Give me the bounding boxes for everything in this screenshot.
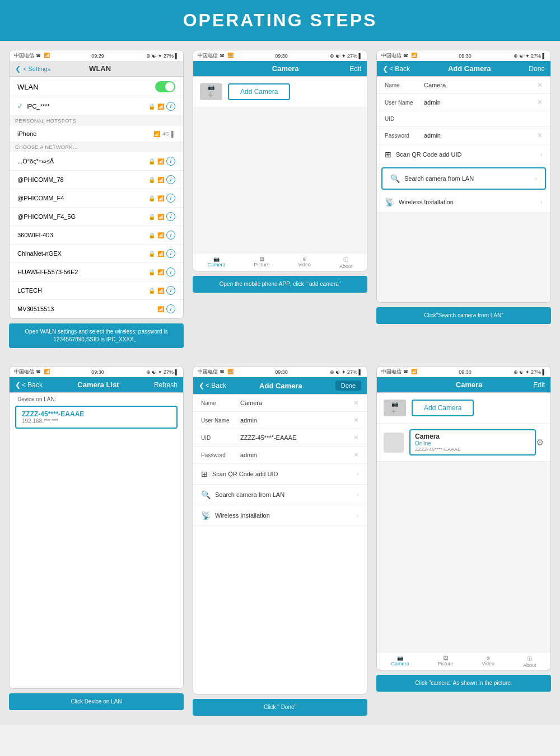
personal-hotspots-header: PERSONAL HOTSPOTS	[10, 116, 183, 126]
network-item-8[interactable]: MV30515513 📶 i	[10, 300, 183, 318]
tab-about-6[interactable]: ⓘ About	[523, 655, 536, 668]
username-clear[interactable]: ✕	[537, 98, 543, 106]
name-clear[interactable]: ✕	[537, 81, 543, 89]
done-active-button[interactable]: Done	[335, 381, 361, 391]
wireless-row-2[interactable]: 📡 Wireless Installation ›	[193, 505, 367, 526]
settings-back[interactable]: ❮ < Settings	[15, 65, 50, 73]
grid-row-1: 中国电信 ☎ 📶 09:29 ⊕ ☯ ✦ 27% ▌ ❮ < Settings …	[0, 41, 560, 357]
refresh-button[interactable]: Refresh	[154, 381, 178, 389]
phone-5-addcamera2: 中国电信 ☎ 📶 09:30 ⊕ ☯ ✦ 27% ▌ ❮ < Back Add …	[193, 366, 367, 716]
username-field-2[interactable]: admin	[240, 417, 353, 424]
device-list-item[interactable]: ZZZZ-45****-EAAAE 192.168.***.***	[15, 406, 178, 429]
info-icon[interactable]: i	[166, 286, 175, 295]
caption-6: Click "camera" As shown in the picture.	[376, 675, 551, 692]
name-clear-2[interactable]: ✕	[353, 399, 359, 407]
add-camera-button[interactable]: Add Camera	[228, 83, 290, 100]
password-clear-2[interactable]: ✕	[353, 451, 359, 459]
network-item-5[interactable]: ChinaNet-nGEX 🔒 📶 i	[10, 245, 183, 263]
phone-6-cameraonline: 中国电信 ☎ 📶 09:30 ⊕ ☯ ✦ 27% ▌ Camera Edit 📷…	[376, 366, 551, 716]
wireless-row[interactable]: 📡 Wireless Installation ›	[377, 192, 550, 213]
info-icon[interactable]: i	[166, 231, 175, 240]
password-row: Password admin ✕	[377, 127, 550, 144]
arrow-icon-3: ›	[540, 198, 543, 206]
network-item-6[interactable]: HUAWEI-E5573-56E2 🔒 📶 i	[10, 263, 183, 281]
nav-bar-4: ❮ < Back Camera List Refresh	[10, 377, 183, 393]
camera-entry-online[interactable]: Camera Online ZZZZ-45****-EAAAE ⚙	[377, 424, 550, 462]
scan-qr-row-2[interactable]: ⊞ Scan QR Code add UID ›	[193, 464, 367, 485]
name-field-2[interactable]: Camera	[240, 400, 353, 406]
uid-row-2: UID ZZZZ-45****-EAAAE ✕	[193, 429, 367, 447]
tab-picture[interactable]: 🖼 Picture	[254, 256, 269, 269]
status-bar-2: 中国电信 ☎ 📶 09:30 ⊕ ☯ ✦ 27% ▌	[193, 50, 367, 61]
tab-about[interactable]: ⓘ About	[339, 256, 353, 269]
done-button-3[interactable]: Done	[529, 65, 545, 73]
phone-3-addcamera: 中国电信 ☎ 📶 09:30 ⊕ ☯ ✦ 27% ▌ ❮ < Back Add …	[376, 50, 551, 348]
back-button-5[interactable]: ❮ < Back	[199, 382, 226, 389]
camera-title-6: Camera	[456, 381, 483, 389]
lock-icon: 🔒	[148, 269, 155, 275]
phone-4-cameralist: 中国电信 ☎ 📶 09:30 ⊕ ☯ ✦ 27% ▌ ❮ < Back Came…	[9, 366, 184, 716]
wireless-icon: 📡	[385, 198, 394, 206]
search-lan-row-highlighted[interactable]: 🔍 Search camera from LAN ›	[381, 167, 546, 190]
tab-picture-6[interactable]: 🖼 Picture	[437, 655, 453, 668]
network-item-2[interactable]: @PHICOMM_F4 🔒 📶 i	[10, 189, 183, 208]
tab-video-6[interactable]: ⊗ Video	[482, 655, 494, 668]
info-icon[interactable]: i	[166, 249, 175, 258]
tab-camera-6[interactable]: 📷 Camera	[391, 655, 409, 668]
connected-network-item[interactable]: ✓ IPC_**** 🔒 📶 i	[10, 97, 183, 116]
back-button-3[interactable]: ❮ < Back	[382, 65, 410, 73]
iphone-hotspot-item[interactable]: iPhone 📶 4G ▌	[10, 126, 183, 142]
add-camera-title: Add Camera	[448, 64, 491, 73]
search-lan-row-2[interactable]: 🔍 Search camera from LAN ›	[193, 485, 367, 505]
network-item-7[interactable]: LCTECH 🔒 📶 i	[10, 281, 183, 300]
wifi-icon: 📶	[157, 214, 164, 220]
tab-camera[interactable]: 📷 Camera	[207, 256, 225, 269]
network-item-4[interactable]: 360WIFI-403 🔒 📶 i	[10, 226, 183, 245]
add-camera-area: 📷+ Add Camera	[193, 77, 367, 107]
password-clear[interactable]: ✕	[537, 132, 543, 139]
camera-placeholder-icon: 📷+	[200, 83, 222, 100]
username-field[interactable]: admin	[424, 99, 537, 106]
status-bar-1: 中国电信 ☎ 📶 09:29 ⊕ ☯ ✦ 27% ▌	[10, 50, 183, 61]
uid-clear-2[interactable]: ✕	[353, 434, 359, 442]
info-icon[interactable]: i	[166, 194, 175, 203]
info-icon[interactable]: i	[166, 212, 175, 221]
camera-thumbnail	[384, 433, 404, 453]
camera-title: Camera	[272, 64, 299, 73]
password-row-2: Password admin ✕	[193, 447, 367, 464]
info-icon[interactable]: i	[166, 157, 175, 166]
lock-icon: 🔒	[148, 158, 155, 165]
password-field-2[interactable]: admin	[240, 452, 353, 458]
checkmark-icon: ✓	[17, 102, 23, 110]
password-field[interactable]: admin	[424, 132, 537, 139]
gear-icon[interactable]: ⚙	[536, 437, 544, 448]
edit-button[interactable]: Edit	[349, 65, 361, 73]
network-item-1[interactable]: @PHICOMM_78 🔒 📶 i	[10, 171, 183, 189]
wifi-icon: 📶	[157, 306, 164, 312]
scan-qr-row[interactable]: ⊞ Scan QR Code add UID ›	[377, 144, 550, 165]
nav-bar-6: Camera Edit	[377, 377, 550, 393]
edit-button-6[interactable]: Edit	[533, 381, 545, 389]
network-item-0[interactable]: ...Ò°δς*≈∞≤Å 🔒 📶 i	[10, 152, 183, 171]
lock-icon: 🔒	[148, 214, 155, 220]
info-icon[interactable]: i	[166, 304, 175, 313]
tab-video[interactable]: ⊗ Video	[298, 256, 311, 269]
wlan-toggle-row[interactable]: WLAN	[10, 77, 183, 97]
caption-3: Click"Search camera from LAN"	[376, 307, 551, 324]
uid-field-2[interactable]: ZZZZ-45****-EAAAE	[240, 434, 353, 441]
caption-1: Open WALN settings and select the wirele…	[9, 323, 184, 348]
back-button-4[interactable]: ❮ < Back	[15, 381, 43, 389]
add-camera-button-2[interactable]: Add Camera	[412, 400, 474, 416]
camera-info-box[interactable]: Camera Online ZZZZ-45****-EAAAE	[409, 429, 536, 456]
name-field[interactable]: Camera	[424, 82, 537, 88]
camera-tab-icon: 📷	[213, 256, 220, 262]
info-icon[interactable]: i	[166, 267, 175, 276]
network-item-3[interactable]: @PHICOMM_F4_5G 🔒 📶 i	[10, 208, 183, 226]
header-title: OPERATING STEPS	[183, 10, 377, 30]
info-icon[interactable]: i	[166, 175, 175, 184]
username-clear-2[interactable]: ✕	[353, 416, 359, 424]
wlan-toggle[interactable]	[155, 81, 175, 92]
phone-1-wlan: 中国电信 ☎ 📶 09:29 ⊕ ☯ ✦ 27% ▌ ❮ < Settings …	[9, 50, 184, 348]
info-icon[interactable]: i	[166, 102, 175, 111]
nav-bar-1: ❮ < Settings WLAN	[10, 61, 183, 77]
